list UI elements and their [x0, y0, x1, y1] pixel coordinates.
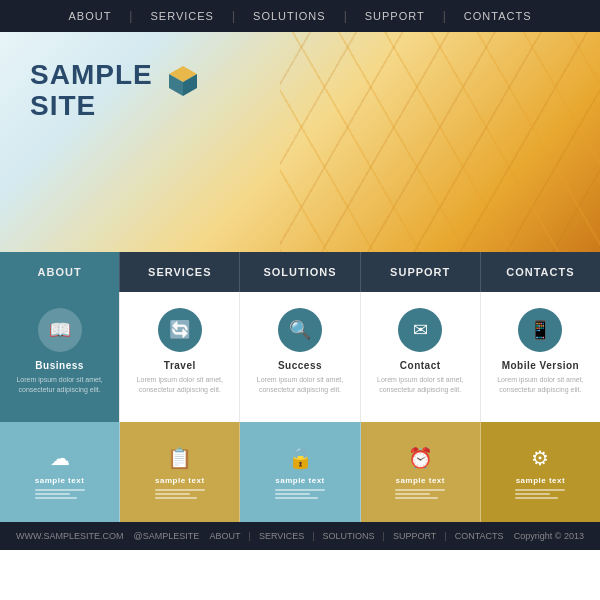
footer-nav-support[interactable]: SUPPORT [385, 531, 444, 541]
feature-desc-contact: Lorem ipsum dolor sit amet, consectetur … [369, 375, 472, 395]
bottom-lines-3 [395, 489, 445, 499]
bottom-line [395, 497, 438, 499]
footer-website: WWW.SAMPLESITE.COM @SAMPLESITE [16, 531, 199, 541]
mail-icon: ✉ [413, 319, 428, 341]
bottom-line [395, 493, 430, 495]
feature-mobile: 📱 Mobile Version Lorem ipsum dolor sit a… [481, 292, 600, 422]
book-icon: 📖 [49, 319, 71, 341]
feature-success: 🔍 Success Lorem ipsum dolor sit amet, co… [240, 292, 360, 422]
bottom-clock: ⏰ sample text [361, 422, 481, 522]
feature-title-business: Business [35, 360, 83, 371]
footer-navigation: ABOUT | SERVICES | SOLUTIONS | SUPPORT |… [202, 531, 512, 541]
bottom-line [275, 497, 318, 499]
feature-title-travel: Travel [164, 360, 196, 371]
mid-nav-contacts[interactable]: CONTACTS [481, 252, 600, 292]
bottom-lines-0 [35, 489, 85, 499]
bottom-line [35, 489, 85, 491]
bottom-line [515, 497, 558, 499]
feature-icon-circle-success: 🔍 [278, 308, 322, 352]
refresh-icon: 🔄 [169, 319, 191, 341]
bottom-line [395, 489, 445, 491]
mid-nav-support[interactable]: SUPPORT [361, 252, 481, 292]
top-navigation: ABOUT | SERVICES | SOLUTIONS | SUPPORT |… [0, 0, 600, 32]
bottom-label-1: sample text [155, 476, 205, 485]
mid-navigation: ABOUT SERVICES SOLUTIONS SUPPORT CONTACT… [0, 252, 600, 292]
site-footer: WWW.SAMPLESITE.COM @SAMPLESITE ABOUT | S… [0, 522, 600, 550]
hero-mosaic-overlay [280, 32, 600, 252]
search-icon: 🔍 [289, 319, 311, 341]
cube-icon [163, 62, 203, 102]
top-nav-solutions[interactable]: SOLUTIONS [235, 10, 344, 22]
feature-title-success: Success [278, 360, 322, 371]
bottom-label-3: sample text [395, 476, 445, 485]
bottom-lines-4 [515, 489, 565, 499]
footer-nav-contacts[interactable]: CONTACTS [447, 531, 512, 541]
feature-icon-circle-travel: 🔄 [158, 308, 202, 352]
feature-icon-circle-mobile: 📱 [518, 308, 562, 352]
clock-icon: ⏰ [408, 446, 433, 470]
site-logo: SAMPLE SITE [30, 60, 203, 122]
feature-icon-circle-contact: ✉ [398, 308, 442, 352]
bottom-line [275, 493, 310, 495]
bottom-line [35, 493, 70, 495]
top-nav-contacts[interactable]: CONTACTS [446, 10, 550, 22]
feature-desc-mobile: Lorem ipsum dolor sit amet, consectetur … [489, 375, 592, 395]
bottom-line [275, 489, 325, 491]
bottom-line [35, 497, 78, 499]
feature-title-contact: Contact [400, 360, 441, 371]
gear-icon: ⚙ [531, 446, 549, 470]
top-nav-services[interactable]: SERVICES [132, 10, 231, 22]
bottom-label-2: sample text [275, 476, 325, 485]
bottom-line [155, 489, 205, 491]
footer-nav-solutions[interactable]: SOLUTIONS [315, 531, 383, 541]
lock-icon: 🔒 [288, 446, 313, 470]
feature-travel: 🔄 Travel Lorem ipsum dolor sit amet, con… [120, 292, 240, 422]
feature-title-mobile: Mobile Version [502, 360, 580, 371]
feature-desc-business: Lorem ipsum dolor sit amet, consectetur … [8, 375, 111, 395]
document-icon: 📋 [167, 446, 192, 470]
mid-nav-services[interactable]: SERVICES [120, 252, 240, 292]
feature-icon-circle-business: 📖 [38, 308, 82, 352]
bottom-lock: 🔒 sample text [240, 422, 360, 522]
cloud-icon: ☁ [50, 446, 70, 470]
bottom-line [515, 493, 550, 495]
feature-desc-success: Lorem ipsum dolor sit amet, consectetur … [248, 375, 351, 395]
bottom-label-4: sample text [516, 476, 566, 485]
top-nav-about[interactable]: ABOUT [50, 10, 129, 22]
bottom-section: ☁ sample text 📋 sample text 🔒 sample tex… [0, 422, 600, 522]
bottom-line [515, 489, 565, 491]
footer-nav-services[interactable]: SERVICES [251, 531, 312, 541]
mobile-icon: 📱 [529, 319, 551, 341]
bottom-line [155, 493, 190, 495]
bottom-label-0: sample text [35, 476, 85, 485]
bottom-lines-2 [275, 489, 325, 499]
mid-nav-solutions[interactable]: SOLUTIONS [240, 252, 360, 292]
feature-business: 📖 Business Lorem ipsum dolor sit amet, c… [0, 292, 120, 422]
footer-nav-about[interactable]: ABOUT [202, 531, 249, 541]
hero-section: SAMPLE SITE [0, 32, 600, 252]
feature-desc-travel: Lorem ipsum dolor sit amet, consectetur … [128, 375, 231, 395]
footer-copyright: Copyright © 2013 [514, 531, 584, 541]
mid-nav-about[interactable]: ABOUT [0, 252, 120, 292]
bottom-cloud: ☁ sample text [0, 422, 120, 522]
features-section: 📖 Business Lorem ipsum dolor sit amet, c… [0, 292, 600, 422]
bottom-lines-1 [155, 489, 205, 499]
bottom-line [155, 497, 198, 499]
site-name: SAMPLE SITE [30, 60, 153, 122]
bottom-doc: 📋 sample text [120, 422, 240, 522]
bottom-gear: ⚙ sample text [481, 422, 600, 522]
feature-contact: ✉ Contact Lorem ipsum dolor sit amet, co… [361, 292, 481, 422]
top-nav-support[interactable]: SUPPORT [347, 10, 443, 22]
